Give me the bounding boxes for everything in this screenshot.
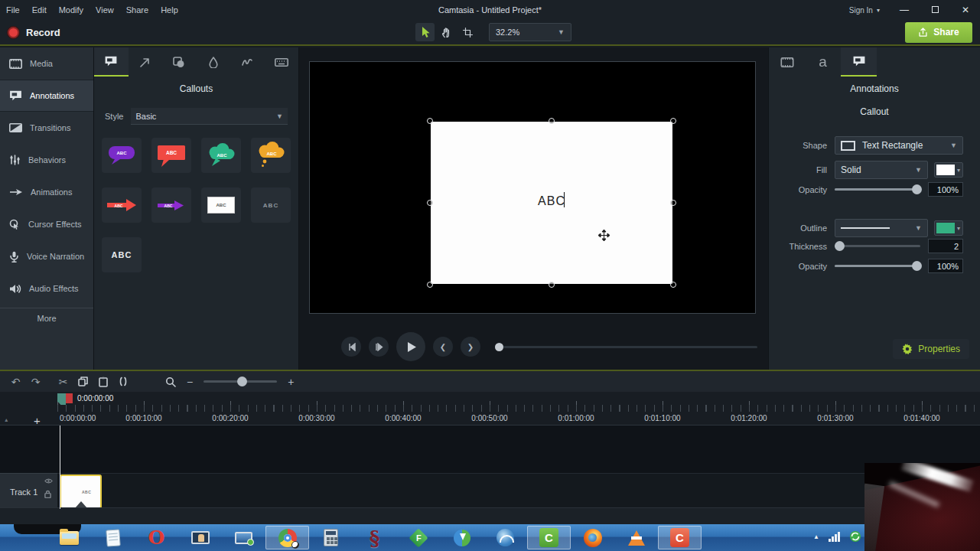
slider-knob[interactable] <box>912 261 922 271</box>
timeline-zoom-slider[interactable] <box>203 380 277 383</box>
share-button[interactable]: Share <box>905 22 972 43</box>
taskbar-camtasia-recorder[interactable]: C <box>658 526 702 549</box>
resize-handle-e[interactable] <box>670 200 676 206</box>
callout-clip[interactable]: ABC <box>60 474 102 509</box>
restore-button[interactable] <box>932 6 939 13</box>
selected-callout[interactable]: ABC <box>431 122 672 284</box>
paste-button[interactable] <box>93 373 112 390</box>
sketch-motion-tab[interactable] <box>230 47 265 77</box>
taskbar-remote-control[interactable] <box>178 526 222 549</box>
thickness-slider[interactable] <box>835 245 920 247</box>
sidebar-item-media[interactable]: Media <box>0 47 93 80</box>
zoom-in-button[interactable]: + <box>288 376 294 388</box>
menu-file[interactable]: File <box>6 5 20 15</box>
menu-help[interactable]: Help <box>161 5 178 15</box>
crop-tool[interactable] <box>458 23 477 41</box>
text-properties-tab[interactable]: a <box>805 47 841 77</box>
callout-tile-purple-arrow[interactable]: ABC <box>151 187 191 223</box>
seek-bar[interactable] <box>497 346 757 348</box>
edit-cursor-tool[interactable] <box>415 23 435 41</box>
taskbar-vlc[interactable] <box>614 526 658 549</box>
callout-tile-text-rectangle[interactable]: ABC <box>201 187 241 223</box>
zoom-out-button[interactable]: − <box>187 376 193 388</box>
fill-dropdown[interactable]: Solid ▼ <box>835 161 928 179</box>
undo-button[interactable]: ↶ <box>6 373 25 390</box>
fill-color-swatch[interactable]: ▾ <box>934 162 963 178</box>
media-properties-tab[interactable] <box>769 47 805 77</box>
taskbar-chrome[interactable] <box>265 526 309 549</box>
canvas-stage[interactable]: ABC <box>309 61 756 314</box>
sidebar-more-button[interactable]: More <box>0 308 93 328</box>
resize-handle-nw[interactable] <box>427 118 433 124</box>
fill-opacity-slider[interactable] <box>835 188 920 191</box>
seek-handle[interactable] <box>495 343 503 351</box>
callouts-tab[interactable] <box>94 47 129 77</box>
sidebar-item-voice-narration[interactable]: Voice Narration <box>0 240 93 272</box>
tray-app-icon[interactable] <box>849 530 861 543</box>
taskbar-internet-globe[interactable] <box>483 526 527 549</box>
slider-knob[interactable] <box>237 377 247 386</box>
resize-handle-ne[interactable] <box>670 118 676 124</box>
fill-opacity-value[interactable]: 100% <box>928 182 963 197</box>
annotation-properties-tab[interactable] <box>841 47 877 77</box>
sidebar-item-cursor-effects[interactable]: Cursor Effects <box>0 208 93 240</box>
playhead-in-marker[interactable] <box>57 393 66 405</box>
jump-to-start-button[interactable] <box>341 337 361 357</box>
callout-tile-green-cloud[interactable]: ABC <box>201 138 241 173</box>
eye-icon[interactable] <box>44 478 53 484</box>
taskbar-opera[interactable]: O <box>135 526 178 549</box>
menu-edit[interactable]: Edit <box>32 5 47 15</box>
callout-tile-text-plain[interactable]: ABC <box>102 237 142 272</box>
callout-tile-red-arrow[interactable]: ABC <box>102 187 142 223</box>
shapes-tab[interactable] <box>162 47 197 77</box>
timeline-scrollbar[interactable] <box>0 507 980 524</box>
taskbar-camtasia-studio[interactable]: C <box>527 526 571 549</box>
playhead-out-marker[interactable] <box>66 393 73 403</box>
resize-handle-w[interactable] <box>427 200 433 206</box>
play-button[interactable] <box>396 332 425 361</box>
show-hidden-icons-button[interactable]: ▲ <box>813 533 819 540</box>
sidebar-item-animations[interactable]: Animations <box>0 176 93 208</box>
cut-button[interactable]: ✂ <box>54 373 73 390</box>
taskbar-calculator[interactable] <box>309 526 353 549</box>
lock-icon[interactable] <box>44 490 51 498</box>
taskbar-f-diamond-app[interactable]: F <box>396 526 440 549</box>
blur-tab[interactable] <box>197 47 231 77</box>
slider-knob[interactable] <box>912 184 922 194</box>
outline-color-swatch[interactable]: ▾ <box>934 220 963 236</box>
redo-button[interactable]: ↷ <box>26 373 45 390</box>
outline-style-dropdown[interactable]: ▼ <box>835 219 928 237</box>
split-button[interactable] <box>113 373 132 390</box>
taskbar-notepad[interactable] <box>91 526 135 549</box>
properties-toggle-button[interactable]: Properties <box>893 339 969 359</box>
taskbar-download-manager[interactable] <box>440 526 483 549</box>
copy-button[interactable] <box>73 373 93 390</box>
arrows-tab[interactable] <box>129 47 163 77</box>
resize-handle-s[interactable] <box>549 282 555 288</box>
shape-dropdown[interactable]: Text Rectangle ▼ <box>835 136 963 155</box>
sidebar-item-behaviors[interactable]: Behaviors <box>0 144 93 176</box>
step-forward-button[interactable] <box>369 337 389 357</box>
close-button[interactable]: ✕ <box>962 5 969 15</box>
style-dropdown[interactable]: Basic ▼ <box>131 108 288 125</box>
track-1-header[interactable]: Track 1 <box>0 473 57 510</box>
canvas-zoom-select[interactable]: 32.2% ▼ <box>489 23 571 41</box>
record-button[interactable]: Record <box>8 27 60 38</box>
taskbar-section-app[interactable]: § <box>353 526 396 549</box>
sidebar-item-annotations[interactable]: Annotations <box>0 80 93 112</box>
sidebar-item-audio-effects[interactable]: Audio Effects <box>0 272 93 305</box>
resize-handle-sw[interactable] <box>427 282 433 288</box>
sidebar-item-transitions[interactable]: Transitions <box>0 112 93 144</box>
pan-tool[interactable] <box>437 23 456 41</box>
keystroke-tab[interactable] <box>265 47 299 77</box>
previous-button[interactable]: ❮ <box>433 337 453 357</box>
menu-view[interactable]: View <box>96 5 114 15</box>
timeline-ruler[interactable]: ▴⌕▾ + ▼ 0:00:00:00 0:00:10:00 0:00:20:00… <box>0 392 980 425</box>
playhead[interactable]: 0:00:00:00 <box>57 393 113 405</box>
next-button[interactable]: ❯ <box>461 337 480 357</box>
outline-opacity-value[interactable]: 100% <box>928 259 963 273</box>
taskbar-network-computer[interactable] <box>222 526 265 549</box>
outline-opacity-slider[interactable] <box>835 265 920 267</box>
menu-share[interactable]: Share <box>126 5 148 15</box>
menu-modify[interactable]: Modify <box>59 5 83 15</box>
